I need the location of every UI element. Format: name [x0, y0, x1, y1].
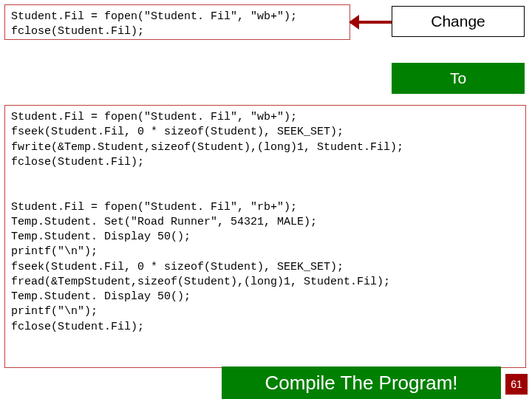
change-label-text: Change — [431, 13, 485, 30]
arrow-left-icon — [349, 15, 359, 30]
compile-label-text: Compile The Program! — [265, 372, 457, 395]
compile-label-box: Compile The Program! — [222, 366, 501, 399]
change-label-box: Change — [392, 6, 525, 37]
to-label-box: To — [392, 63, 525, 94]
code-block-after: Student.Fil = fopen("Student. Fil", "wb+… — [4, 105, 526, 368]
code-block-before: Student.Fil = fopen("Student. Fil", "wb+… — [4, 4, 350, 40]
page-number-text: 61 — [511, 378, 522, 390]
page-number-badge: 61 — [505, 374, 528, 395]
to-label-text: To — [450, 69, 466, 87]
